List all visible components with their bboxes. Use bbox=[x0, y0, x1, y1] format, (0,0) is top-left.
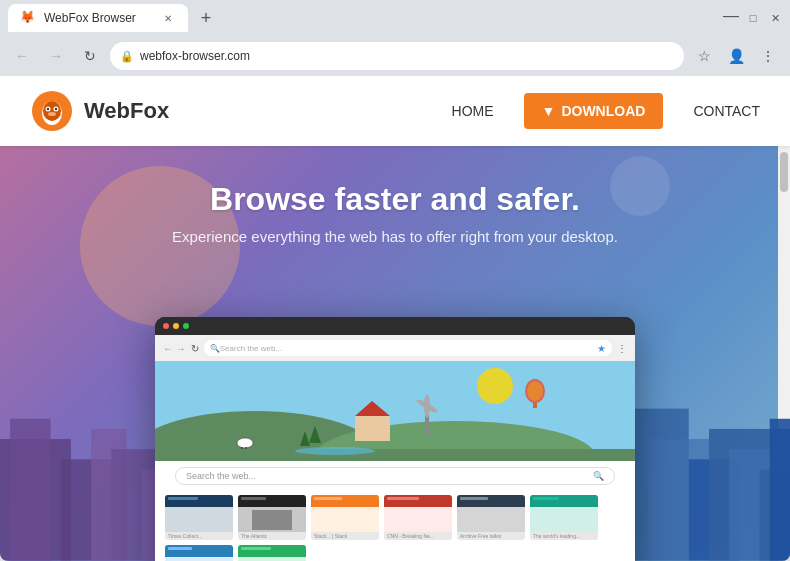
thumb-label-2: The Atlantic bbox=[238, 532, 306, 540]
forward-button[interactable]: → bbox=[42, 42, 70, 70]
download-label: DOWNLOAD bbox=[561, 103, 645, 119]
logo-icon bbox=[30, 89, 74, 133]
reload-button[interactable]: ↻ bbox=[76, 42, 104, 70]
svg-point-34 bbox=[424, 394, 430, 418]
minimize-button[interactable]: — bbox=[724, 11, 738, 25]
mockup-thumb-6: The world's leading... bbox=[530, 495, 598, 540]
thumb-label-1: Times Collect... bbox=[165, 532, 233, 540]
svg-rect-13 bbox=[10, 419, 51, 561]
svg-point-2 bbox=[43, 101, 61, 121]
mockup-address-text: Search the web... bbox=[220, 344, 597, 353]
new-tab-button[interactable]: + bbox=[192, 4, 220, 32]
hero-decorative-circle-sm bbox=[610, 156, 670, 216]
mockup-banner bbox=[155, 361, 635, 461]
mockup-thumb-5: Archive Free talkin bbox=[457, 495, 525, 540]
hero-section: WebFox Browse faster and safer. Experien… bbox=[0, 146, 790, 561]
mockup-thumb-3: Stack... | Stack bbox=[311, 495, 379, 540]
mockup-thumb-4: CNN - Breaking Ne... bbox=[384, 495, 452, 540]
mockup-dot-green bbox=[183, 323, 189, 329]
title-bar-left: 🦊 WebFox Browser ✕ + bbox=[8, 4, 724, 32]
nav-download-button[interactable]: ▼ DOWNLOAD bbox=[524, 93, 664, 129]
svg-rect-37 bbox=[533, 403, 537, 408]
mockup-dot-yellow bbox=[173, 323, 179, 329]
thumb-label-5: Archive Free talkin bbox=[457, 532, 525, 540]
active-tab[interactable]: 🦊 WebFox Browser ✕ bbox=[8, 4, 188, 32]
svg-point-40 bbox=[237, 438, 253, 448]
mockup-thumb-7: Linux Station Next... bbox=[165, 545, 233, 561]
download-arrow-icon: ▼ bbox=[542, 103, 556, 119]
svg-point-36 bbox=[527, 381, 543, 401]
tab-favicon: 🦊 bbox=[20, 10, 36, 26]
scrollbar-thumb[interactable] bbox=[780, 152, 788, 192]
browser-mockup: ← → ↻ 🔍 Search the web... ★ ⋮ bbox=[155, 317, 635, 561]
mockup-back-icon: ← → bbox=[163, 343, 186, 354]
tab-title: WebFox Browser bbox=[44, 11, 136, 25]
maximize-button[interactable]: □ bbox=[746, 11, 760, 25]
address-text: webfox-browser.com bbox=[140, 49, 674, 63]
nav-contact[interactable]: CONTACT bbox=[693, 103, 760, 119]
svg-point-44 bbox=[295, 447, 375, 455]
svg-point-5 bbox=[47, 108, 49, 110]
mockup-search-bar: Search the web... 🔍 bbox=[175, 467, 615, 485]
site-header: WebFox HOME ▼ DOWNLOAD CONTACT bbox=[0, 76, 790, 146]
logo-text: WebFox bbox=[84, 98, 169, 124]
mockup-reload-icon: ↻ bbox=[191, 343, 199, 354]
thumb-label-3: Stack... | Stack bbox=[311, 532, 379, 540]
nav-home[interactable]: HOME bbox=[452, 103, 494, 119]
mockup-address-bar: 🔍 Search the web... ★ bbox=[204, 340, 612, 356]
site-logo: WebFox bbox=[30, 89, 169, 133]
site-nav: HOME ▼ DOWNLOAD CONTACT bbox=[452, 93, 760, 129]
mockup-thumb-1: Times Collect... bbox=[165, 495, 233, 540]
browser-window: 🦊 WebFox Browser ✕ + — □ ✕ ← → ↻ 🔒 webfo… bbox=[0, 0, 790, 561]
mockup-search-icon: 🔍 bbox=[593, 471, 604, 481]
svg-rect-43 bbox=[155, 449, 635, 461]
mockup-titlebar bbox=[155, 317, 635, 335]
lock-icon: 🔒 bbox=[120, 50, 134, 63]
close-button[interactable]: ✕ bbox=[768, 11, 782, 25]
mockup-dot-red bbox=[163, 323, 169, 329]
mockup-thumb-2: The Atlantic bbox=[238, 495, 306, 540]
bookmark-icon[interactable]: ☆ bbox=[690, 42, 718, 70]
mockup-thumbnails: Times Collect... The Atlantic bbox=[155, 491, 635, 561]
mockup-menu-icon: ⋮ bbox=[617, 343, 627, 354]
svg-point-6 bbox=[55, 108, 57, 110]
mockup-thumb-8: Contact Farmer | Th... bbox=[238, 545, 306, 561]
web-content: WebFox HOME ▼ DOWNLOAD CONTACT bbox=[0, 76, 790, 561]
tab-close-button[interactable]: ✕ bbox=[160, 10, 176, 26]
nav-right-icons: ☆ 👤 ⋮ bbox=[690, 42, 782, 70]
mockup-content: Search the web... 🔍 Times Collect... bbox=[155, 361, 635, 561]
mockup-search-text: Search the web... bbox=[186, 471, 588, 481]
menu-icon[interactable]: ⋮ bbox=[754, 42, 782, 70]
svg-point-7 bbox=[48, 112, 56, 116]
profile-icon[interactable]: 👤 bbox=[722, 42, 750, 70]
hero-title: Browse faster and safer. bbox=[210, 181, 580, 218]
title-bar: 🦊 WebFox Browser ✕ + — □ ✕ bbox=[0, 0, 790, 36]
svg-rect-30 bbox=[355, 416, 390, 441]
hero-subtitle: Experience everything the web has to off… bbox=[172, 228, 618, 245]
window-controls: — □ ✕ bbox=[724, 11, 782, 25]
thumb-label-4: CNN - Breaking Ne... bbox=[384, 532, 452, 540]
navigation-bar: ← → ↻ 🔒 webfox-browser.com ☆ 👤 ⋮ bbox=[0, 36, 790, 76]
svg-rect-25 bbox=[770, 419, 790, 561]
thumb-label-6: The world's leading... bbox=[530, 532, 598, 540]
mockup-star-icon: ★ bbox=[597, 343, 606, 354]
mockup-navbar: ← → ↻ 🔍 Search the web... ★ ⋮ bbox=[155, 335, 635, 361]
address-bar[interactable]: 🔒 webfox-browser.com bbox=[110, 42, 684, 70]
back-button[interactable]: ← bbox=[8, 42, 36, 70]
svg-point-27 bbox=[477, 368, 513, 404]
